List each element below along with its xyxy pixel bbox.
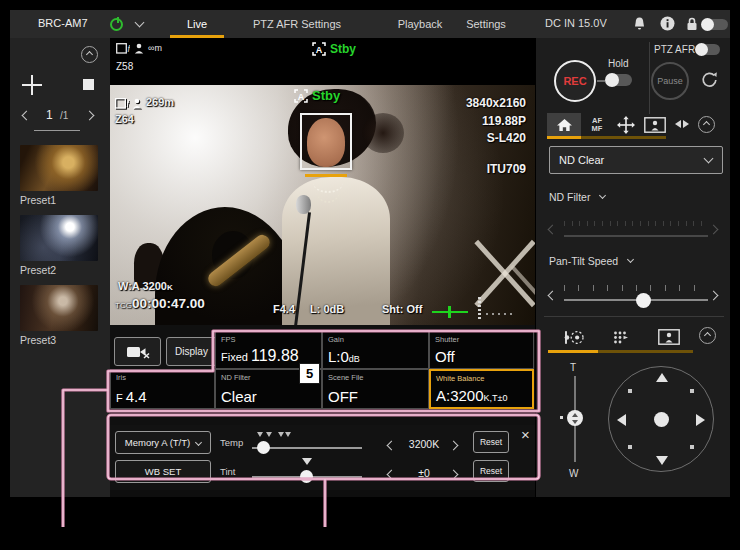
diagonal-dot-sw xyxy=(628,445,632,449)
tint-slider-handle[interactable] xyxy=(300,470,313,483)
tilt-down-arrow[interactable] xyxy=(656,456,668,465)
timecode-video: TCG00:00:47.00 xyxy=(115,296,205,311)
preset2-label: Preset2 xyxy=(20,264,56,276)
power-menu-chevron-icon[interactable] xyxy=(135,18,145,28)
nd-slider-right-arrow[interactable] xyxy=(709,225,719,235)
tab-ptz-afr-settings[interactable]: PTZ AFR Settings xyxy=(240,10,354,38)
preset2-thumbnail[interactable] xyxy=(20,215,98,261)
zoom-position-video: Z64 xyxy=(115,113,134,125)
notification-bell-icon[interactable] xyxy=(632,16,647,32)
sidebar-collapse-button[interactable] xyxy=(81,46,98,63)
pan-tilt-speed-decrease[interactable] xyxy=(548,291,558,301)
video-feed[interactable]: A Stby f 269m Z64 3840x2160 119.88P S-L4… xyxy=(110,85,535,325)
preset3-thumbnail[interactable] xyxy=(20,285,98,331)
pan-left-arrow[interactable] xyxy=(617,414,626,426)
camera-status-strip: f ∞m Z58 A Stby xyxy=(110,38,535,85)
tint-increase-button[interactable] xyxy=(449,470,459,480)
tab-playback[interactable]: Playback xyxy=(382,10,458,38)
section-divider xyxy=(544,316,724,317)
close-icon[interactable]: × xyxy=(521,426,530,443)
toggle-knob xyxy=(695,43,708,56)
power-button[interactable] xyxy=(110,18,123,31)
cell-gain[interactable]: Gain L:0dB xyxy=(322,331,429,369)
subject-framing-icon xyxy=(644,117,666,133)
subject-framing-icon xyxy=(658,329,680,345)
tab-live[interactable]: Live xyxy=(165,10,229,38)
pan-tilt-move-icon xyxy=(617,116,635,134)
focus-distance-status: ∞m xyxy=(148,43,162,53)
nd-filter-select[interactable]: ND Clear xyxy=(549,146,723,174)
zoom-slider-handle[interactable] xyxy=(567,410,583,426)
rec-hold-toggle[interactable] xyxy=(606,74,632,86)
preset-page-prev-button[interactable] xyxy=(22,111,32,121)
tab-detail[interactable] xyxy=(674,116,690,132)
chevron-down-icon xyxy=(704,154,714,164)
preset1-thumbnail[interactable] xyxy=(20,145,98,191)
joystick-pad[interactable] xyxy=(608,366,714,472)
resolution-text: 3840x2160 xyxy=(466,95,526,113)
preset-page-next-button[interactable] xyxy=(85,111,95,121)
app-window: BRC-AM7 Live PTZ AFR Settings Playback S… xyxy=(10,10,730,497)
tilt-up-arrow[interactable] xyxy=(656,373,668,382)
pan-tilt-speed-handle[interactable] xyxy=(636,293,651,308)
tab-af-mf[interactable]: AFMF xyxy=(586,113,608,136)
power-icon xyxy=(110,18,123,31)
cell-iris[interactable]: Iris F 4.4 xyxy=(110,369,215,409)
wb-mode-select[interactable]: Memory A (T/T) xyxy=(115,431,211,454)
ptz-afr-label: PTZ AFR xyxy=(654,44,695,55)
pan-tilt-speed-label: Pan-Tilt Speed xyxy=(549,255,618,267)
pause-button[interactable]: Pause xyxy=(651,62,689,100)
video-art-pearl-necklace-2 xyxy=(316,177,340,203)
lower-panel-collapse-button[interactable] xyxy=(699,327,716,344)
main-monitor-area: f ∞m Z58 A Stby A Stb xyxy=(110,38,535,497)
tab-preset-grid[interactable] xyxy=(612,328,630,346)
device-name: BRC-AM7 xyxy=(38,17,88,29)
cell-scene-file[interactable]: Scene File OFF xyxy=(322,369,429,409)
display-button[interactable]: Display xyxy=(166,337,217,366)
tab-framing[interactable] xyxy=(642,113,668,136)
temp-decrease-button[interactable] xyxy=(387,441,397,451)
cell-shutter[interactable]: Shutter Off xyxy=(429,331,534,369)
rec-button[interactable]: REC xyxy=(554,60,596,102)
cell-white-balance[interactable]: White Balance A:3200K,T±0 xyxy=(429,369,534,409)
temp-slider-handle[interactable] xyxy=(257,441,270,454)
home-icon xyxy=(556,118,573,132)
temp-increase-button[interactable] xyxy=(449,441,459,451)
zoom-up-arrow xyxy=(572,413,578,417)
ptz-afr-toggle[interactable] xyxy=(696,44,720,55)
pan-right-arrow[interactable] xyxy=(696,414,705,426)
screen-lock-toggle[interactable] xyxy=(702,19,728,30)
restart-icon[interactable] xyxy=(700,71,719,90)
nd-slider-left-arrow[interactable] xyxy=(548,225,558,235)
zoom-position-status: Z58 xyxy=(116,61,133,72)
tint-reset-button[interactable]: Reset xyxy=(473,460,509,482)
pan-tilt-speed-expand-chevron[interactable] xyxy=(627,256,634,263)
tab-pan-tilt[interactable] xyxy=(615,113,637,136)
temp-marker-2 xyxy=(266,432,272,437)
gain-video: L: 0dB xyxy=(310,303,344,315)
grid-dots-icon xyxy=(613,330,629,345)
temp-value: 3200K xyxy=(402,438,446,450)
nd-filter-expand-chevron[interactable] xyxy=(599,192,606,199)
iris-video: F4.4 xyxy=(273,303,295,315)
focus-indicator-tick xyxy=(448,306,451,318)
nd-select-value: ND Clear xyxy=(559,154,604,166)
top-bar: BRC-AM7 Live PTZ AFR Settings Playback S… xyxy=(10,10,730,38)
stop-button[interactable] xyxy=(83,79,94,90)
wb-set-button[interactable]: WB SET xyxy=(115,460,211,483)
temp-reset-button[interactable]: Reset xyxy=(473,431,509,453)
tab-home[interactable] xyxy=(547,113,581,136)
add-preset-button[interactable] xyxy=(22,75,42,95)
tab-framing-lower[interactable] xyxy=(656,327,682,347)
tab-row-underline xyxy=(581,136,666,139)
pan-tilt-speed-increase[interactable] xyxy=(709,291,719,301)
preset-page-current: 1 xyxy=(46,108,53,122)
tab-joystick-control[interactable] xyxy=(561,326,587,348)
video-stream-off-button[interactable] xyxy=(114,337,161,366)
panel-collapse-button[interactable] xyxy=(698,116,715,133)
tint-decrease-button[interactable] xyxy=(387,470,397,480)
rec-hold-link xyxy=(597,80,605,82)
joystick-center-knob[interactable] xyxy=(654,412,669,427)
info-icon[interactable] xyxy=(660,16,675,31)
tab-settings[interactable]: Settings xyxy=(456,10,516,38)
